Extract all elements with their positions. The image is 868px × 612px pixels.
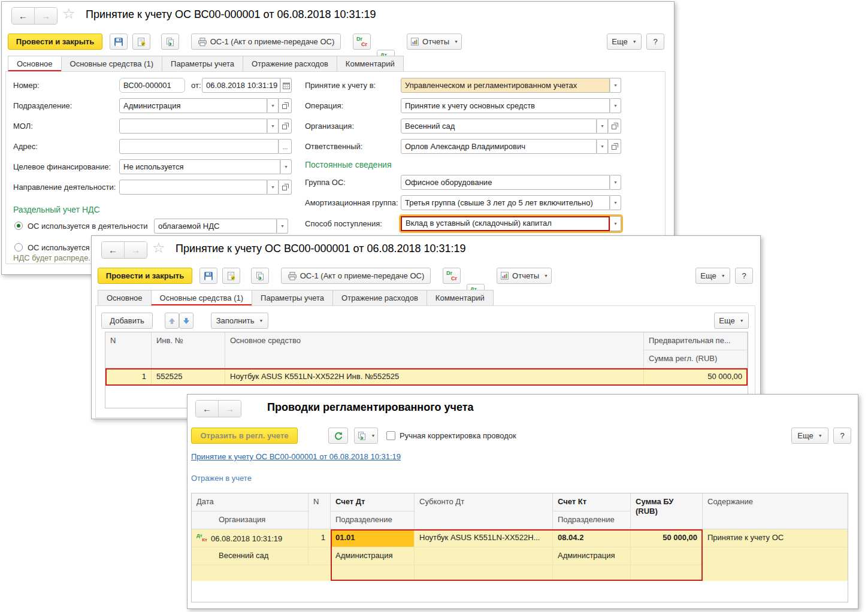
drcr-button[interactable]: Dr Cr <box>353 34 371 50</box>
open-link-icon[interactable] <box>608 119 621 134</box>
back-button[interactable]: ← <box>102 242 124 258</box>
cell-asset: Ноутбук ASUS K551LN-XX522H Инв. №552525 <box>225 369 644 384</box>
chevron-down-icon[interactable]: ▼ <box>277 219 288 234</box>
add-row-button[interactable]: Добавить <box>101 313 153 329</box>
open-link-icon[interactable] <box>279 180 292 195</box>
receipt-method-field[interactable]: Вклад в уставный (складочный) капитал ▼ <box>401 216 621 231</box>
organization-field[interactable]: Весенний сад ▼ <box>401 119 621 134</box>
vat-radio-2[interactable] <box>14 243 23 252</box>
reports-button[interactable]: Отчеты ▼ <box>497 268 552 284</box>
chevron-down-icon[interactable]: ▼ <box>280 159 292 174</box>
cell-debit-account[interactable]: 01.01 <box>331 529 415 547</box>
funding-field[interactable]: Не используется ▼ <box>119 159 292 174</box>
help-button[interactable]: ? <box>646 34 664 50</box>
chevron-down-icon[interactable]: ▼ <box>610 195 621 210</box>
asset-table-row[interactable]: 1 552525 Ноутбук ASUS K551LN-XX522H Инв.… <box>105 368 748 386</box>
cell-content: Принятие к учету ОС <box>703 529 848 547</box>
chevron-down-icon[interactable]: ▼ <box>610 78 621 93</box>
tab-otrazhenie-raskhodov[interactable]: Отражение расходов <box>332 290 427 306</box>
more-button[interactable]: Еще ▼ <box>607 34 642 50</box>
tab-osnovnye-sredstva[interactable]: Основные средства (1) <box>61 56 163 72</box>
vat-radio-taxable[interactable] <box>14 222 23 230</box>
chevron-down-icon: ▼ <box>721 274 725 278</box>
help-button[interactable]: ? <box>833 428 851 444</box>
manual-adjustment-checkbox[interactable] <box>386 431 395 440</box>
fill-button[interactable]: Заполнить ▼ <box>211 313 268 329</box>
depreciation-group-field[interactable]: Третья группа (свыше 3 лет до 5 лет вклю… <box>401 195 621 210</box>
save-button[interactable] <box>110 34 128 50</box>
mol-field[interactable]: ▼ <box>119 119 292 134</box>
print-os1-button[interactable]: ОС-1 (Акт о приеме-передаче ОС) <box>281 268 431 284</box>
cell-n: 1 <box>309 529 331 547</box>
help-button[interactable]: ? <box>735 268 753 284</box>
move-up-button[interactable] <box>165 313 179 329</box>
activity-field[interactable]: ▼ <box>119 180 292 195</box>
reports-button[interactable]: Отчеты ▼ <box>407 34 462 50</box>
responsible-field[interactable]: Орлов Александр Владимирович ▼ <box>401 139 621 154</box>
manual-adjustment-label: Ручная корректировка проводок <box>400 431 516 441</box>
calendar-icon[interactable] <box>280 78 292 93</box>
move-down-button[interactable] <box>179 313 193 329</box>
cell-inv: 552525 <box>152 369 225 384</box>
tab-osnovnoe[interactable]: Основное <box>8 56 62 72</box>
back-button[interactable]: ← <box>196 401 218 417</box>
create-based-on-button[interactable] <box>251 268 269 284</box>
chevron-down-icon[interactable]: ▼ <box>597 119 608 134</box>
accept-to-field[interactable]: Управленческом и регламентированном учет… <box>401 78 621 93</box>
number-field[interactable]: ВС00-000001 <box>119 78 185 93</box>
chevron-down-icon[interactable]: ▼ <box>610 98 621 113</box>
more-button[interactable]: Еще ▼ <box>791 428 828 444</box>
favorite-star-icon[interactable]: ☆ <box>62 7 75 21</box>
chevron-down-icon[interactable]: ▼ <box>267 180 279 195</box>
drcr-button[interactable]: Dr Cr <box>443 268 461 284</box>
tab-parametry-ucheta[interactable]: Параметры учета <box>162 56 243 72</box>
back-arrow-icon: ← <box>19 11 28 21</box>
department-field[interactable]: Администрация ▼ <box>119 98 292 113</box>
save-icon <box>114 37 123 47</box>
post-and-close-button[interactable]: Провести и закрыть <box>8 34 102 50</box>
chevron-down-icon[interactable]: ▼ <box>610 216 621 231</box>
date-field[interactable]: 06.08.2018 10:31:19 <box>202 78 292 93</box>
cell-empty <box>309 547 331 565</box>
post-document-button[interactable] <box>222 268 240 284</box>
forward-button[interactable]: → <box>124 242 147 258</box>
print-os1-button[interactable]: ОС-1 (Акт о приеме-передаче ОС) <box>191 34 341 50</box>
create-based-on-button[interactable] <box>161 34 179 50</box>
document-link[interactable]: Принятие к учету ОС ВС00-000001 от 06.08… <box>191 452 401 461</box>
open-link-icon[interactable] <box>279 119 292 134</box>
printer-icon <box>288 271 297 281</box>
cell-empty <box>415 565 553 581</box>
vat-type-field[interactable]: облагаемой НДС ▼ <box>154 219 288 234</box>
reflect-in-reg-button[interactable]: Отразить в регл. учете <box>191 428 298 444</box>
forward-button[interactable]: → <box>218 401 241 417</box>
open-link-icon[interactable] <box>279 98 292 113</box>
copy-dropdown-button[interactable]: ▼ <box>354 428 378 444</box>
chevron-down-icon[interactable]: ▼ <box>267 98 279 113</box>
more-button[interactable]: Еще ▼ <box>695 268 730 284</box>
document-tabs: Основное Основные средства (1) Параметры… <box>8 56 403 72</box>
tab-osnovnoe[interactable]: Основное <box>98 290 152 306</box>
table-more-button[interactable]: Еще ▼ <box>714 313 749 329</box>
chevron-down-icon[interactable]: ▼ <box>267 119 279 134</box>
save-button[interactable] <box>199 268 217 284</box>
chevron-down-icon[interactable]: ▼ <box>610 175 621 190</box>
refresh-button[interactable] <box>328 428 348 444</box>
chevron-down-icon[interactable]: ▼ <box>597 139 608 154</box>
tab-otrazhenie-raskhodov[interactable]: Отражение расходов <box>243 56 337 72</box>
tab-kommentariy[interactable]: Комментарий <box>337 56 404 72</box>
tab-kommentariy[interactable]: Комментарий <box>427 290 494 306</box>
post-and-close-button[interactable]: Провести и закрыть <box>98 268 192 284</box>
address-field[interactable]: ... <box>119 139 292 154</box>
open-link-icon[interactable] <box>608 139 621 154</box>
copy-documents-icon <box>165 37 175 47</box>
post-document-button[interactable] <box>132 34 150 50</box>
ellipsis-button[interactable]: ... <box>279 139 292 154</box>
tab-osnovnye-sredstva[interactable]: Основные средства (1) <box>151 290 253 306</box>
forward-button[interactable]: → <box>34 8 57 24</box>
tab-parametry-ucheta[interactable]: Параметры учета <box>252 290 333 306</box>
back-button[interactable]: ← <box>12 8 34 24</box>
operation-field[interactable]: Принятие к учету основных средств ▼ <box>401 98 621 113</box>
organization-label: Организация: <box>305 119 354 134</box>
os-group-field[interactable]: Офисное оборудование ▼ <box>401 175 621 190</box>
favorite-star-icon[interactable]: ☆ <box>152 241 165 255</box>
